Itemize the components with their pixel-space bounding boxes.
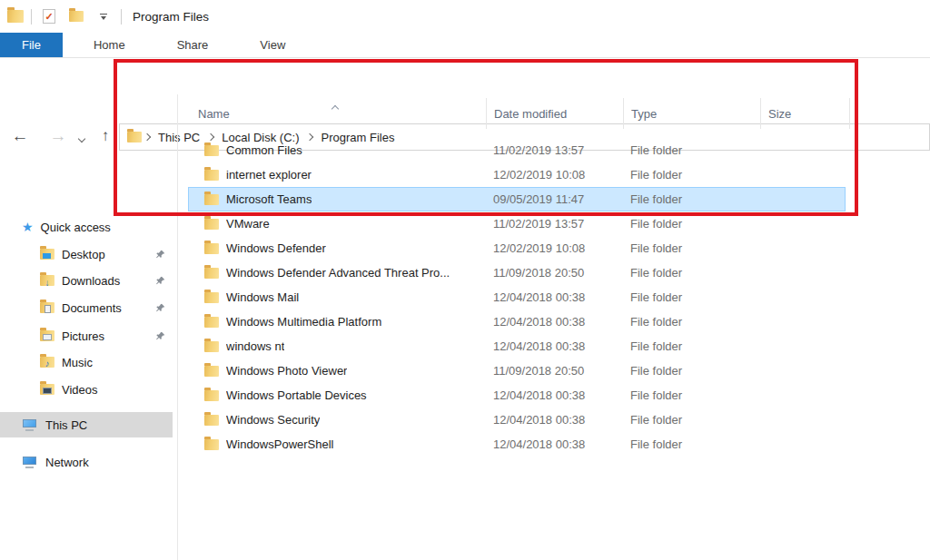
sidebar-item-label: Music	[62, 356, 93, 369]
file-name: WindowsPowerShell	[226, 437, 334, 451]
file-date-modified: 12/04/2018 00:38	[493, 290, 630, 304]
column-header-type[interactable]: Type	[624, 98, 761, 129]
file-type: File folder	[630, 192, 767, 206]
documents-folder-icon	[40, 302, 54, 313]
file-date-modified: 12/04/2018 00:38	[493, 315, 630, 329]
sidebar-item-label: Documents	[62, 301, 122, 315]
navigation-bar: ← → ↑ This PCLocal Disk (C:)Program File…	[0, 58, 930, 94]
folder-icon	[204, 390, 219, 401]
file-type: File folder	[630, 339, 767, 353]
titlebar-separator	[121, 9, 122, 25]
sidebar-item-videos[interactable]: Videos	[0, 377, 173, 402]
file-row[interactable]: Windows Defender12/02/2019 10:08File fol…	[188, 236, 846, 260]
column-header-label: Date modified	[494, 107, 567, 121]
file-name: Windows Security	[226, 413, 320, 427]
file-type: File folder	[630, 241, 767, 255]
file-name-cell: Windows Multimedia Platform	[188, 315, 493, 329]
folder-icon	[204, 317, 219, 328]
file-name: windows nt	[226, 339, 284, 353]
file-type: File folder	[630, 437, 767, 451]
pin-icon	[155, 249, 165, 262]
file-name-cell: Common Files	[188, 143, 493, 157]
file-type: File folder	[630, 290, 767, 304]
desktop-folder-icon-overlay	[43, 253, 51, 259]
sidebar-item-label: Desktop	[62, 248, 105, 261]
caret-down-icon	[100, 14, 107, 20]
sidebar-item-documents[interactable]: Documents	[0, 295, 173, 320]
sidebar-item-this-pc[interactable]: This PC	[0, 412, 173, 437]
file-list: Common Files11/02/2019 13:57File folderi…	[188, 138, 846, 457]
music-folder-icon: ♪	[40, 357, 54, 368]
file-row[interactable]: Windows Multimedia Platform12/04/2018 00…	[188, 309, 846, 334]
sidebar-item-network[interactable]: Network	[0, 449, 173, 475]
file-date-modified: 12/02/2019 10:08	[493, 168, 630, 182]
column-header-row: Name Date modified Type Size	[178, 98, 930, 129]
column-header-label: Name	[198, 107, 230, 121]
tab-view[interactable]: View	[239, 33, 306, 57]
file-type: File folder	[630, 413, 767, 427]
file-date-modified: 12/02/2019 10:08	[493, 241, 630, 255]
file-date-modified: 11/02/2019 13:57	[493, 217, 630, 231]
check-properties-icon	[43, 9, 55, 24]
folder-icon	[204, 366, 219, 377]
music-folder-icon-overlay: ♪	[40, 359, 54, 368]
file-name-cell: Windows Portable Devices	[188, 388, 493, 402]
file-date-modified: 11/09/2018 20:50	[493, 266, 630, 280]
file-row[interactable]: WindowsPowerShell12/04/2018 00:38File fo…	[188, 432, 846, 457]
sidebar-item-desktop[interactable]: Desktop	[0, 241, 173, 267]
file-name: VMware	[226, 217, 270, 231]
file-type: File folder	[630, 364, 767, 378]
file-type: File folder	[630, 217, 767, 231]
folder-icon	[204, 341, 219, 352]
file-type: File folder	[630, 388, 767, 402]
sidebar-item-label: Network	[45, 456, 89, 469]
sidebar-item-downloads[interactable]: ↓Downloads	[0, 268, 173, 293]
file-type: File folder	[630, 315, 767, 329]
column-header-size[interactable]: Size	[761, 98, 850, 129]
sidebar-item-pictures[interactable]: Pictures	[0, 323, 173, 349]
stand	[25, 429, 34, 431]
quick-access-properties-button[interactable]	[39, 5, 59, 27]
file-row[interactable]: Windows Photo Viewer11/09/2018 20:50File…	[188, 359, 846, 383]
sidebar-item-label: Videos	[62, 383, 98, 397]
pin-icon	[155, 275, 165, 289]
file-type: File folder	[630, 143, 767, 157]
downloads-folder-icon-overlay: ↓	[40, 279, 54, 288]
videos-folder-icon-overlay	[43, 388, 52, 394]
folder-icon	[204, 268, 219, 279]
file-name-cell: Microsoft Teams	[188, 192, 493, 206]
window-title: Program Files	[133, 10, 209, 24]
tab-home[interactable]: Home	[73, 33, 146, 57]
customize-quick-access-toolbar-button[interactable]	[94, 5, 114, 27]
sidebar-item-label: Quick access	[41, 221, 111, 234]
file-row[interactable]: Windows Portable Devices12/04/2018 00:38…	[188, 383, 846, 408]
file-row[interactable]: VMware11/02/2019 13:57File folder	[188, 211, 846, 236]
sidebar-item-quick-access[interactable]: ★Quick access	[0, 214, 173, 240]
star-icon: ★	[22, 221, 34, 233]
file-row[interactable]: Windows Mail12/04/2018 00:38File folder	[188, 285, 846, 309]
column-header-date-modified[interactable]: Date modified	[487, 98, 624, 129]
file-date-modified: 12/04/2018 00:38	[493, 388, 630, 402]
file-name: Windows Defender Advanced Threat Pro...	[226, 266, 450, 280]
file-row[interactable]: Microsoft Teams09/05/2019 11:47File fold…	[188, 187, 846, 211]
tab-share[interactable]: Share	[156, 33, 230, 57]
file-row[interactable]: Windows Defender Advanced Threat Pro...1…	[188, 260, 846, 285]
sidebar-item-label: Pictures	[62, 329, 104, 343]
file-row[interactable]: Windows Security12/04/2018 00:38File fol…	[188, 408, 846, 432]
pictures-folder-icon	[40, 330, 54, 341]
pictures-folder-icon-overlay	[43, 334, 52, 340]
file-row[interactable]: Common Files11/02/2019 13:57File folder	[188, 138, 846, 162]
file-row[interactable]: windows nt12/04/2018 00:38File folder	[188, 334, 846, 359]
file-name-cell: Windows Photo Viewer	[188, 364, 493, 378]
screen	[23, 457, 36, 465]
column-header-name[interactable]: Name	[178, 98, 487, 129]
file-name-cell: Windows Security	[188, 413, 493, 427]
file-name: Windows Portable Devices	[226, 388, 367, 402]
file-date-modified: 11/09/2018 20:50	[493, 364, 630, 378]
sidebar-item-music[interactable]: ♪Music	[0, 349, 173, 375]
tab-file[interactable]: File	[0, 33, 63, 57]
file-row[interactable]: internet explorer12/02/2019 10:08File fo…	[188, 162, 846, 187]
quick-access-new-folder-button[interactable]	[66, 5, 86, 27]
column-header-label: Type	[631, 107, 657, 121]
sidebar-item-label: Downloads	[62, 274, 120, 288]
